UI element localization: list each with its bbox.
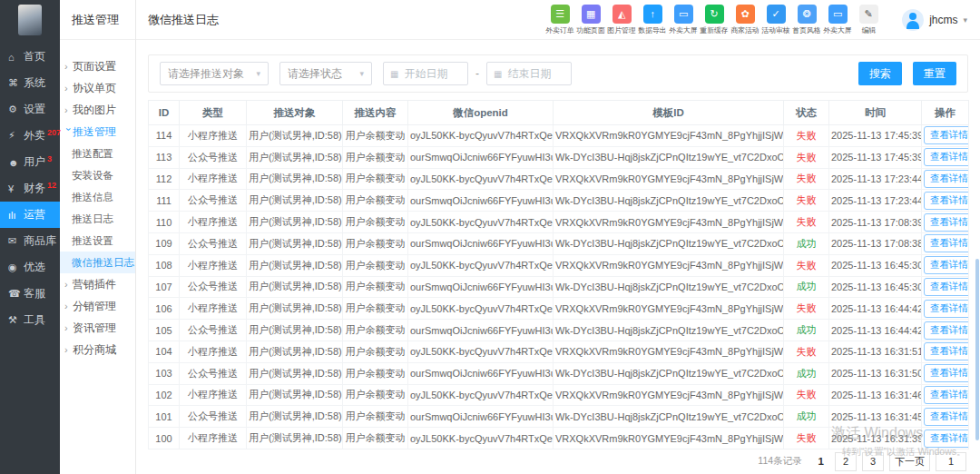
sidebar-item-takeout[interactable]: ⚡ 外卖 207 bbox=[0, 123, 60, 149]
cell-type: 小程序推送 bbox=[180, 254, 247, 276]
sidebar-item-product-library[interactable]: ✉ 商品库 bbox=[0, 228, 60, 254]
submenu-item-install-device[interactable]: 安装设备 bbox=[60, 164, 135, 186]
page-button-3[interactable]: 3 bbox=[862, 452, 884, 471]
submenu-item-push-info[interactable]: 推送信息 bbox=[60, 186, 135, 208]
home-style-icon: ❂ bbox=[798, 5, 817, 24]
end-date-input[interactable]: ▦ 结束日期 bbox=[486, 62, 572, 85]
sidebar-item-finance[interactable]: ¥ 财务 12 bbox=[0, 175, 60, 202]
tool-function-pages[interactable]: ▦ 功能页面 bbox=[575, 4, 606, 36]
takeout-icon: ⚡ bbox=[8, 130, 24, 142]
submenu-item-distribution[interactable]: › 分销管理 bbox=[60, 295, 135, 317]
sidebar-item-premium[interactable]: ◉ 优选 bbox=[0, 254, 60, 281]
view-detail-button[interactable]: 查看详情 bbox=[924, 148, 969, 166]
col-header-target: 推送对象 bbox=[247, 101, 343, 125]
status-select-value: 请选择状态 bbox=[288, 66, 342, 82]
product-library-icon: ✉ bbox=[8, 235, 24, 247]
submenu-item-points-mall[interactable]: › 积分商城 bbox=[60, 339, 135, 360]
view-detail-button[interactable]: 查看详情 bbox=[924, 408, 969, 426]
sidebar-item-customer-service[interactable]: ☎ 客服 bbox=[0, 281, 60, 307]
view-detail-button[interactable]: 查看详情 bbox=[924, 234, 969, 252]
cell-openid: oyJL50KK-bycQyuvV7h4RTxQes7c bbox=[408, 125, 554, 147]
cell-time: 2025-11-13 17:45:39 bbox=[829, 146, 922, 168]
view-detail-button[interactable]: 查看详情 bbox=[924, 430, 969, 448]
cell-content: 用户余额变动 bbox=[343, 406, 408, 428]
view-detail-button[interactable]: 查看详情 bbox=[924, 126, 969, 144]
view-detail-button[interactable]: 查看详情 bbox=[924, 256, 969, 274]
submenu-item-push-log[interactable]: 推送日志 bbox=[60, 208, 135, 230]
submenu-item-agreement-page[interactable]: › 协议单页 bbox=[60, 77, 135, 99]
cell-status: 成功 bbox=[784, 276, 829, 298]
tool-takeout-orders[interactable]: ☰ 外卖订单 bbox=[544, 4, 575, 36]
table-row: 108 小程序推送 用户(测试男神,ID:58) 用户余额变动 oyJL50KK… bbox=[149, 254, 969, 276]
submenu-item-news[interactable]: › 资讯管理 bbox=[60, 317, 135, 339]
table-row: 106 小程序推送 用户(测试男神,ID:58) 用户余额变动 oyJL50KK… bbox=[149, 298, 969, 320]
status-badge: 失败 bbox=[797, 302, 817, 313]
submenu-item-push-config[interactable]: 推送配置 bbox=[60, 143, 135, 164]
sidebar-item-home[interactable]: ⌂ 首页 bbox=[0, 44, 60, 70]
view-detail-button[interactable]: 查看详情 bbox=[924, 300, 969, 318]
page-current: 1 bbox=[813, 456, 829, 467]
vertical-scrollbar-thumb[interactable] bbox=[975, 259, 979, 440]
view-detail-button[interactable]: 查看详情 bbox=[924, 192, 969, 210]
view-detail-button[interactable]: 查看详情 bbox=[924, 213, 969, 232]
submenu-item-page-settings[interactable]: › 页面设置 bbox=[60, 55, 135, 77]
sidebar-item-operations[interactable]: ılı 运营 bbox=[0, 202, 60, 228]
cell-type: 公众号推送 bbox=[180, 362, 247, 384]
tool-merchant-activity[interactable]: ✿ 商家活动 bbox=[730, 4, 760, 36]
primary-sidebar: ⌂ 首页 ⌘ 系统 ⚙ 设置 ⚡ 外卖 207 ☻ 用户 3 ¥ 财务 12 ı… bbox=[0, 0, 60, 474]
status-badge: 失败 bbox=[797, 346, 817, 357]
tool-home-style[interactable]: ❂ 首页风格 bbox=[791, 4, 822, 36]
submenu-item-my-images[interactable]: › 我的图片 bbox=[60, 99, 135, 121]
tool-activity-review[interactable]: ✓ 活动审核 bbox=[760, 4, 791, 36]
sidebar-item-settings[interactable]: ⚙ 设置 bbox=[0, 96, 60, 123]
submenu-item-push-management[interactable]: › 推送管理 bbox=[60, 121, 135, 143]
submenu-item-wechat-push-log[interactable]: 微信推送日志 bbox=[60, 252, 135, 273]
search-button[interactable]: 搜索 bbox=[858, 62, 902, 85]
tool-edit[interactable]: ✎ 编辑 bbox=[853, 4, 884, 36]
tool-image-management[interactable]: ◭ 图片管理 bbox=[606, 4, 637, 36]
push-target-select[interactable]: 请选择推送对象 ▾ bbox=[160, 62, 269, 85]
view-detail-button[interactable]: 查看详情 bbox=[924, 364, 969, 382]
cell-template-id: VRXQkXVRm9kR0YGMYE9cjF43mN_8PgYhjjISjWKb… bbox=[554, 384, 784, 406]
reset-button[interactable]: 重置 bbox=[913, 62, 956, 85]
cell-template-id: Wk-DYcI3BU-Hqj8jskZjCPnQItz19wYE_vt7C2Dx… bbox=[554, 276, 784, 298]
status-badge: 失败 bbox=[797, 173, 817, 183]
cell-action: 查看详情 bbox=[922, 254, 969, 276]
cell-type: 小程序推送 bbox=[180, 341, 247, 362]
cell-template-id: VRXQkXVRm9kR0YGMYE9cjF43mN_8PgYhjjISjWKb… bbox=[554, 125, 784, 147]
cell-id: 105 bbox=[149, 320, 180, 341]
start-date-placeholder: 开始日期 bbox=[404, 66, 447, 82]
view-detail-button[interactable]: 查看详情 bbox=[924, 170, 969, 188]
sidebar-item-users[interactable]: ☻ 用户 3 bbox=[0, 149, 60, 175]
page-button-2[interactable]: 2 bbox=[835, 452, 857, 471]
cell-type: 小程序推送 bbox=[180, 125, 247, 147]
view-detail-button[interactable]: 查看详情 bbox=[924, 278, 969, 296]
cell-action: 查看详情 bbox=[922, 190, 969, 212]
tool-takeout-screen[interactable]: ▭ 外卖大屏 bbox=[668, 4, 699, 36]
submenu-title: 推送管理 bbox=[60, 0, 135, 40]
app-logo[interactable] bbox=[18, 5, 42, 35]
push-target-select-value: 请选择推送对象 bbox=[168, 66, 244, 82]
cell-template-id: VRXQkXVRm9kR0YGMYE9cjF43mN_8PgYhjjISjWKb… bbox=[554, 168, 784, 190]
view-detail-button[interactable]: 查看详情 bbox=[924, 342, 969, 360]
tool-recache[interactable]: ↻ 重新缓存 bbox=[699, 4, 730, 36]
tool-takeout-screen-2[interactable]: ▭ 外卖大屏 bbox=[822, 4, 853, 36]
sidebar-item-tools[interactable]: ⚒ 工具 bbox=[0, 307, 60, 333]
status-select[interactable]: 请选择状态 ▾ bbox=[279, 62, 372, 85]
tool-data-export[interactable]: ↑ 数据导出 bbox=[637, 4, 668, 36]
cell-action: 查看详情 bbox=[922, 406, 969, 428]
submenu-item-marketing-plugins[interactable]: › 营销插件 bbox=[60, 273, 135, 295]
sidebar-item-system[interactable]: ⌘ 系统 bbox=[0, 70, 60, 96]
page-jump-input[interactable] bbox=[936, 452, 966, 471]
view-detail-button[interactable]: 查看详情 bbox=[924, 321, 969, 340]
view-detail-button[interactable]: 查看详情 bbox=[924, 386, 969, 404]
user-menu[interactable]: jhcms ▾ bbox=[902, 9, 967, 31]
start-date-input[interactable]: ▦ 开始日期 bbox=[383, 62, 468, 85]
cell-status: 失败 bbox=[784, 384, 829, 406]
next-page-button[interactable]: 下一页 bbox=[889, 452, 930, 471]
submenu-item-push-setting[interactable]: 推送设置 bbox=[60, 230, 135, 252]
cell-content: 用户余额变动 bbox=[343, 146, 408, 168]
cell-content: 用户余额变动 bbox=[343, 362, 408, 384]
chevron-down-icon: ▾ bbox=[256, 69, 260, 78]
cell-status: 失败 bbox=[784, 212, 829, 233]
